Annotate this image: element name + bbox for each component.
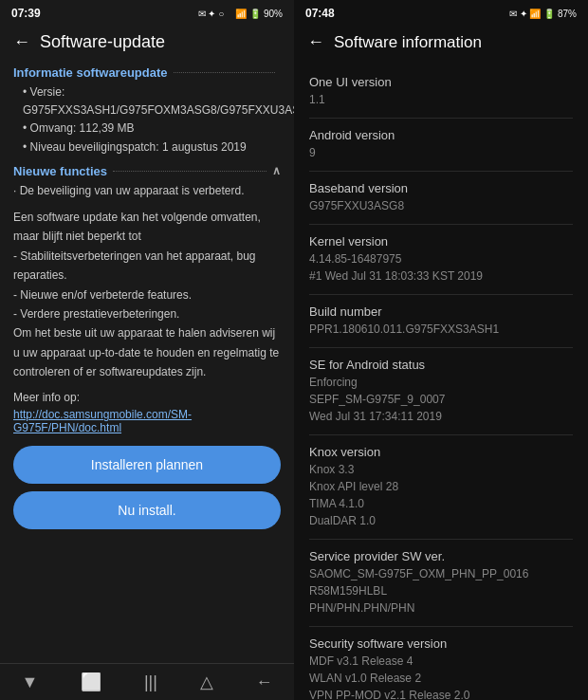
left-header: ← Software-update bbox=[0, 25, 294, 60]
nav-down-icon[interactable]: ▼ bbox=[21, 672, 38, 692]
left-status-bar: 07:39 ✉ ✦ ○ 📶 🔋 90% bbox=[0, 0, 294, 25]
info-value: G975FXXU3ASG8 bbox=[309, 197, 573, 214]
info-label: Service provider SW ver. bbox=[309, 549, 573, 563]
info-bullets: • Versie: G975FXXS3ASH1/G975FOXM3ASG8/G9… bbox=[13, 83, 281, 157]
info-section: Informatie softwareupdate • Versie: G975… bbox=[13, 65, 281, 157]
info-value: Knox 3.3 Knox API level 28 TIMA 4.1.0 Du… bbox=[309, 461, 573, 529]
info-row: One UI version1.1 bbox=[309, 65, 573, 119]
info-label: Android version bbox=[309, 128, 573, 142]
info-value: MDF v3.1 Release 4 WLAN v1.0 Release 2 V… bbox=[309, 653, 573, 700]
info-value: SAOMC_SM-G975F_OXM_PHN_PP_0016 R58M159HL… bbox=[309, 565, 573, 617]
left-page-title: Software-update bbox=[40, 32, 165, 52]
right-back-button[interactable]: ← bbox=[307, 32, 324, 52]
right-page-title: Software information bbox=[334, 33, 482, 52]
bullet-size: • Omvang: 112,39 MB bbox=[13, 120, 281, 138]
info-label: One UI version bbox=[309, 75, 573, 89]
info-label: Knox version bbox=[309, 445, 573, 459]
info-row: Android version9 bbox=[309, 119, 573, 172]
nav-back-icon[interactable]: ← bbox=[256, 672, 273, 692]
right-panel: 07:48 ✉ ✦ 📶 🔋 87% ← Software information… bbox=[294, 0, 588, 700]
bottom-nav: ▼ ⬜ ||| △ ← bbox=[0, 663, 294, 700]
info-row: Service provider SW ver.SAOMC_SM-G975F_O… bbox=[309, 540, 573, 627]
left-panel: 07:39 ✉ ✦ ○ 📶 🔋 90% ← Software-update In… bbox=[0, 0, 294, 700]
notification-icons: ✉ ✦ ○ bbox=[198, 9, 225, 19]
right-content: One UI version1.1Android version9Baseban… bbox=[294, 60, 588, 700]
install-now-button[interactable]: Nu install. bbox=[13, 491, 281, 529]
left-time: 07:39 bbox=[11, 7, 41, 20]
info-value: PPR1.180610.011.G975FXXS3ASH1 bbox=[309, 321, 573, 338]
right-status-bar: 07:48 ✉ ✦ 📶 🔋 87% bbox=[294, 0, 588, 25]
info-label: Security software version bbox=[309, 636, 573, 651]
body-text: Een software update kan het volgende omv… bbox=[13, 208, 281, 382]
doc-link[interactable]: http://doc.samsungmobile.com/SM-G975F/PH… bbox=[13, 408, 281, 434]
left-back-button[interactable]: ← bbox=[13, 32, 30, 52]
info-value: 9 bbox=[309, 144, 573, 161]
meer-info-label: Meer info op: bbox=[13, 391, 281, 404]
install-plan-button[interactable]: Installeren plannen bbox=[13, 446, 281, 484]
signal-battery: 📶 🔋 90% bbox=[235, 9, 283, 19]
left-content: Informatie softwareupdate • Versie: G975… bbox=[0, 60, 294, 663]
info-value: 4.14.85-16487975 #1 Wed Jul 31 18:03:33 … bbox=[309, 250, 573, 285]
nav-circle-icon[interactable]: △ bbox=[200, 672, 213, 692]
info-value: Enforcing SEPF_SM-G975F_9_0007 Wed Jul 3… bbox=[309, 374, 573, 425]
right-status-icons: ✉ ✦ 📶 🔋 87% bbox=[509, 9, 577, 19]
info-label: Baseband version bbox=[309, 181, 573, 195]
nav-square-icon[interactable]: ⬜ bbox=[81, 672, 101, 692]
bullet-version: • Versie: G975FXXS3ASH1/G975FOXM3ASG8/G9… bbox=[13, 83, 281, 120]
info-row: Security software versionMDF v3.1 Releas… bbox=[309, 627, 573, 700]
new-features-title: Nieuwe functies ∧ bbox=[13, 164, 281, 178]
info-value: 1.1 bbox=[309, 91, 573, 108]
info-label: Kernel version bbox=[309, 234, 573, 249]
nav-home-icon[interactable]: ||| bbox=[144, 672, 157, 692]
info-row: Kernel version4.14.85-16487975 #1 Wed Ju… bbox=[309, 225, 573, 295]
bullet-patch: • Niveau beveiligingspatch: 1 augustus 2… bbox=[13, 138, 281, 157]
info-row: Baseband versionG975FXXU3ASG8 bbox=[309, 172, 573, 225]
info-label: Build number bbox=[309, 304, 573, 319]
info-row: SE for Android statusEnforcing SEPF_SM-G… bbox=[309, 348, 573, 435]
info-row: Build numberPPR1.180610.011.G975FXXS3ASH… bbox=[309, 295, 573, 348]
info-section-title: Informatie softwareupdate bbox=[13, 65, 281, 80]
collapse-icon[interactable]: ∧ bbox=[272, 164, 281, 177]
info-row: Knox versionKnox 3.3 Knox API level 28 T… bbox=[309, 435, 573, 540]
new-features-text: · De beveiliging van uw apparaat is verb… bbox=[13, 182, 281, 200]
info-label: SE for Android status bbox=[309, 358, 573, 372]
left-status-icons: ✉ ✦ ○ 📶 🔋 90% bbox=[198, 8, 283, 19]
right-time: 07:48 bbox=[305, 7, 335, 20]
right-header: ← Software information bbox=[294, 25, 588, 60]
new-features-section: Nieuwe functies ∧ · De beveiliging van u… bbox=[13, 164, 281, 200]
